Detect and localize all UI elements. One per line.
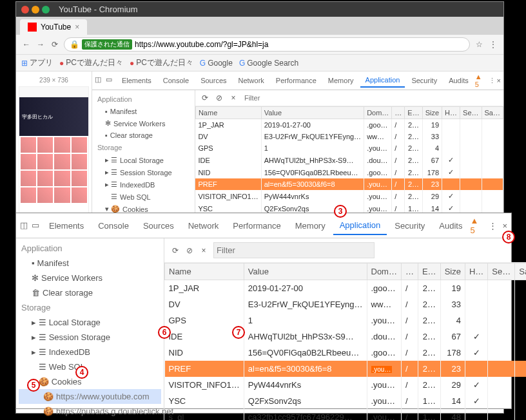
- cookie-row[interactable]: VISITOR_INFO1…PyW444vnrKs.you…/2…29✓: [165, 377, 527, 393]
- column-path[interactable]: …: [392, 107, 405, 119]
- tab-memory[interactable]: Memory: [289, 217, 332, 234]
- close-icon[interactable]: ×: [75, 23, 79, 32]
- refresh-icon[interactable]: ⟳: [200, 93, 209, 102]
- close-devtools-icon[interactable]: ×: [497, 77, 501, 84]
- cookie-row[interactable]: PREFal=en&f5=30030&f6=8.you…/2…23: [165, 361, 527, 377]
- column-expires[interactable]: E…: [418, 263, 440, 280]
- sidebar-item-local-storage[interactable]: ▸ ☰ Local Storage: [19, 315, 161, 330]
- filter-input[interactable]: [213, 242, 375, 258]
- bookmark-item[interactable]: ● PCで遊んだ日々: [130, 57, 193, 68]
- sidebar-item-manifest[interactable]: ▪ Manifest: [95, 106, 192, 117]
- tab-sources[interactable]: Sources: [137, 217, 180, 234]
- inspect-icon[interactable]: ◫: [20, 220, 30, 231]
- refresh-icon[interactable]: ⟳: [171, 246, 180, 255]
- sidebar-item-service-workers[interactable]: ✻ Service Workers: [19, 271, 161, 285]
- sidebar-item-cookies[interactable]: ▾ 🍪 Cookies: [19, 374, 161, 389]
- sidebar-item-clear-storage[interactable]: 🗑 Clear storage: [19, 285, 161, 300]
- tab-network[interactable]: Network: [182, 217, 226, 234]
- delete-icon[interactable]: ×: [199, 246, 208, 255]
- tab-audits[interactable]: Audits: [443, 74, 474, 87]
- tab-application[interactable]: Application: [360, 73, 405, 88]
- cookie-row[interactable]: VISITOR_INFO1…PyW444vnrKs.you…/2…29✓: [195, 190, 503, 202]
- reload-icon[interactable]: ⟳: [50, 39, 60, 50]
- clear-icon[interactable]: ⊘: [215, 93, 224, 102]
- star-icon[interactable]: ☆: [474, 39, 484, 50]
- filter-input[interactable]: [243, 93, 498, 103]
- cookie-row[interactable]: GPS1.you…/2…4: [195, 142, 503, 154]
- apps-button[interactable]: ⊞ アプリ: [21, 57, 53, 68]
- sidebar-item-session-storage[interactable]: ▸ ☰ Session Storage: [95, 166, 192, 178]
- column-secure[interactable]: Se…: [488, 263, 515, 280]
- tab-audits[interactable]: Audits: [433, 217, 469, 234]
- tab-elements[interactable]: Elements: [117, 74, 157, 87]
- column-value[interactable]: Value: [244, 263, 367, 280]
- tab-security[interactable]: Security: [388, 217, 431, 234]
- sidebar-item-session-storage[interactable]: ▸ ☰ Session Storage: [19, 330, 161, 345]
- tab-console[interactable]: Console: [92, 217, 135, 234]
- sidebar-item-indexeddb[interactable]: ▸ ☰ IndexedDB: [95, 178, 192, 191]
- column-path[interactable]: …: [401, 263, 418, 280]
- tab-application[interactable]: Application: [333, 216, 387, 235]
- clear-icon[interactable]: ⊘: [185, 246, 194, 255]
- url-input[interactable]: 🔒 保護された通信 https://www.youtube.com/?gl=JP…: [64, 37, 470, 52]
- sidebar-item-manifest[interactable]: ▪ Manifest: [19, 256, 161, 271]
- column-secure[interactable]: Se…: [460, 107, 482, 119]
- forward-icon[interactable]: →: [35, 39, 46, 50]
- cookie-row[interactable]: IDEAHWqTUl2bt_HhPS3x-S9….dou…/2…67✓: [195, 154, 503, 166]
- cookie-row[interactable]: NID156=QV0FlGqa0B2LRbeeu….goo…/2…178✓: [195, 166, 503, 178]
- cookie-row[interactable]: 1P_JAR2019-01-27-00.goo…/2…19: [165, 280, 527, 297]
- warning-badge[interactable]: ▲ 5: [470, 216, 485, 235]
- tab-security[interactable]: Security: [406, 74, 442, 87]
- tab-console[interactable]: Console: [158, 74, 194, 87]
- column-size[interactable]: Size: [422, 107, 442, 119]
- sidebar-item-local-storage[interactable]: ▸ ☰ Local Storage: [95, 154, 192, 166]
- column-domain[interactable]: Dom…: [364, 107, 392, 119]
- maximize-window-icon[interactable]: [42, 6, 50, 14]
- sidebar-item-websql[interactable]: ☰ Web SQL: [95, 191, 192, 203]
- tab-performance[interactable]: Performance: [271, 74, 322, 87]
- bookmark-item[interactable]: G Google: [200, 59, 233, 68]
- device-icon[interactable]: ▭: [32, 220, 42, 231]
- column-size[interactable]: Size: [440, 263, 465, 280]
- column-http[interactable]: H…: [465, 263, 487, 280]
- sidebar-cookie-origin-doubleclick[interactable]: 🍪 https://pubads.g.doubleclick.net: [19, 404, 161, 419]
- column-http[interactable]: H…: [442, 107, 460, 119]
- back-icon[interactable]: ←: [21, 39, 32, 50]
- cookie-row[interactable]: PREFal=en&f5=30030&f6=8.you…/2…23: [195, 178, 503, 190]
- bookmark-item[interactable]: G Google Search: [239, 59, 298, 68]
- cookie-row[interactable]: s_glca32fb1cc957fc67496229….you…/1…48: [165, 409, 527, 420]
- warning-badge[interactable]: ▲ 5: [475, 73, 487, 88]
- sidebar-item-websql[interactable]: ☰ Web SQL: [19, 359, 161, 374]
- inspect-icon[interactable]: ◫: [95, 75, 104, 86]
- more-icon[interactable]: ⋮: [489, 221, 497, 231]
- delete-icon[interactable]: ×: [229, 93, 238, 102]
- device-icon[interactable]: ▭: [106, 75, 115, 86]
- column-same[interactable]: Sa…: [515, 263, 526, 280]
- browser-tab[interactable]: YouTube ×: [20, 19, 87, 35]
- column-name[interactable]: Name: [195, 107, 261, 119]
- bookmark-item[interactable]: ● PCで遊んだ日々: [59, 57, 123, 68]
- close-window-icon[interactable]: [21, 6, 29, 14]
- sidebar-item-clear-storage[interactable]: ▪ Clear storage: [95, 129, 192, 141]
- cookie-row[interactable]: DVE3-U2FrW_FkQUE1YFEyng…ww…/2…33: [195, 131, 503, 142]
- column-expires[interactable]: E…: [405, 107, 422, 119]
- sidebar-item-indexeddb[interactable]: ▸ ☰ IndexedDB: [19, 345, 161, 359]
- close-devtools-icon[interactable]: ×: [502, 221, 507, 231]
- tab-performance[interactable]: Performance: [226, 217, 287, 234]
- sidebar-item-service-workers[interactable]: ✻ Service Workers: [95, 117, 192, 129]
- minimize-window-icon[interactable]: [32, 6, 39, 14]
- tab-sources[interactable]: Sources: [195, 74, 231, 87]
- tab-network[interactable]: Network: [233, 74, 269, 87]
- cookie-row[interactable]: DVE3-U2FrW_FkQUE1YFEyng…ww…/2…33: [165, 296, 527, 312]
- cookie-row[interactable]: GPS1.you…/2…4: [165, 312, 527, 329]
- menu-icon[interactable]: ⋮: [488, 39, 498, 50]
- column-same[interactable]: Sa…: [482, 107, 503, 119]
- column-name[interactable]: Name: [165, 263, 244, 280]
- tab-memory[interactable]: Memory: [323, 74, 359, 87]
- tab-elements[interactable]: Elements: [43, 217, 90, 234]
- column-domain[interactable]: Dom…: [367, 263, 401, 280]
- more-icon[interactable]: ⋮: [489, 77, 496, 85]
- column-value[interactable]: Value: [261, 107, 364, 119]
- cookie-row[interactable]: 1P_JAR2019-01-27-00.goo…/2…19: [195, 119, 503, 131]
- cookie-row[interactable]: NID156=QV0FlGqa0B2LRbeeu….goo…/2…178✓: [165, 345, 527, 361]
